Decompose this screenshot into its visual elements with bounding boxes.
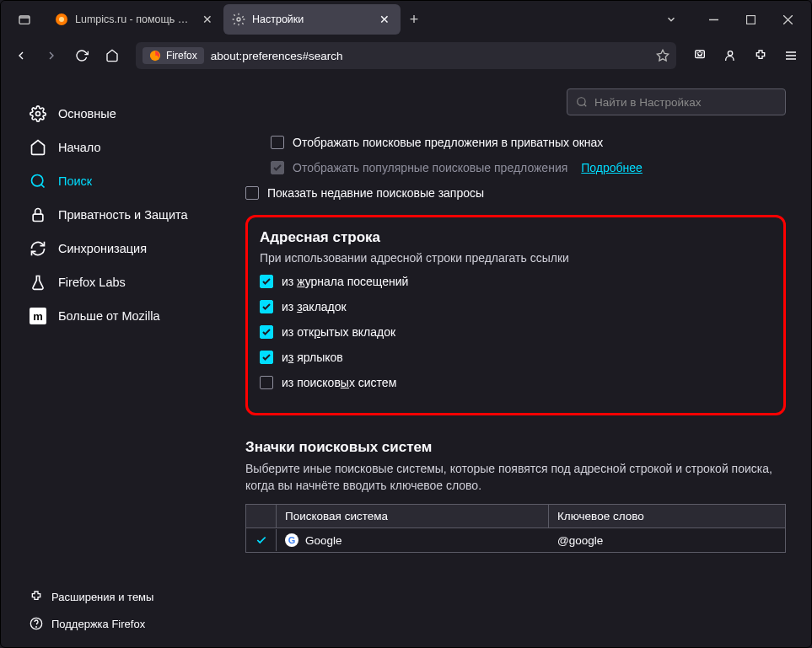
forward-button[interactable] — [38, 42, 65, 69]
url-bar[interactable]: Firefox about:preferences#search — [136, 42, 676, 69]
settings-search-input[interactable]: Найти в Настройках — [567, 88, 786, 115]
engines-table: Поисковая система Ключевое слово G Googl… — [245, 504, 786, 553]
svg-point-3 — [237, 18, 240, 21]
category-label: Синхронизация — [58, 242, 147, 255]
checkbox-label: из поисковых систем — [282, 376, 396, 389]
svg-point-21 — [578, 98, 585, 105]
section-desc: Выберите иные поисковые системы, которые… — [245, 461, 786, 494]
home-icon — [30, 139, 46, 156]
engine-check[interactable] — [246, 529, 277, 551]
identity-box[interactable]: Firefox — [143, 47, 204, 64]
google-icon: G — [285, 533, 298, 547]
checkbox-open-tabs[interactable]: из открытых вкладок — [260, 325, 772, 339]
col-name: Поисковая система — [277, 505, 549, 528]
checkbox-icon — [271, 161, 284, 174]
content-area: Найти в Настройках Отображать поисковые … — [220, 73, 811, 647]
checkbox-recent-searches[interactable]: Показать недавние поисковые запросы — [245, 186, 786, 200]
sidebar-extensions[interactable]: Расширения и темы — [18, 583, 210, 610]
favicon-lumpics — [55, 13, 68, 26]
checkbox-icon — [271, 136, 284, 149]
maximize-button[interactable] — [732, 6, 769, 33]
tab-close-icon[interactable]: ✕ — [377, 12, 392, 27]
checkbox-icon — [260, 376, 273, 389]
home-button[interactable] — [99, 42, 126, 69]
addressbar-section-highlight: Адресная строка При использовании адресн… — [245, 215, 786, 415]
section-title: Значки поисковых систем — [245, 439, 786, 456]
svg-point-15 — [36, 112, 40, 116]
category-sidebar: Основные Начало Поиск Приватность и Защи… — [1, 73, 220, 647]
checkbox-label: из журнала посещений — [282, 275, 408, 288]
svg-marker-9 — [657, 50, 668, 61]
category-general[interactable]: Основные — [18, 97, 210, 131]
checkbox-label: из закладок — [282, 300, 347, 313]
preferences-page: Основные Начало Поиск Приватность и Защи… — [1, 73, 811, 647]
identity-label: Firefox — [166, 50, 197, 62]
section-title: Адресная строка — [260, 229, 772, 246]
svg-line-22 — [584, 104, 587, 107]
gear-icon — [30, 105, 46, 122]
checkbox-icon — [260, 275, 273, 288]
checkbox-label: Показать недавние поисковые запросы — [267, 186, 484, 200]
table-row[interactable]: G Google @google — [246, 528, 785, 552]
engine-name-cell: G Google — [277, 528, 549, 552]
svg-line-17 — [41, 185, 45, 188]
reload-button[interactable] — [68, 42, 95, 69]
category-privacy[interactable]: Приватность и Защита — [18, 198, 210, 232]
svg-point-11 — [728, 51, 732, 56]
window-controls — [695, 6, 806, 33]
gear-icon — [232, 13, 245, 26]
help-icon — [30, 617, 43, 630]
checkbox-label: Отображать популярные поисковые предложе… — [293, 161, 567, 174]
sync-icon — [30, 240, 46, 257]
back-button[interactable] — [8, 42, 35, 69]
checkbox-label: из ярлыков — [282, 351, 343, 364]
checkbox-history[interactable]: из журнала посещений — [260, 275, 772, 288]
checkbox-search-engines[interactable]: из поисковых систем — [260, 376, 772, 389]
url-text: about:preferences#search — [211, 50, 649, 62]
nav-toolbar: Firefox about:preferences#search — [1, 38, 811, 73]
close-button[interactable] — [769, 6, 806, 33]
bookmark-star-icon[interactable] — [656, 49, 669, 62]
menu-button[interactable] — [777, 42, 804, 69]
workspace-icon[interactable] — [6, 13, 43, 26]
category-search[interactable]: Поиск — [18, 164, 210, 198]
firefox-icon — [149, 50, 161, 62]
tab-close-icon[interactable]: ✕ — [200, 12, 215, 27]
svg-rect-18 — [33, 214, 43, 221]
category-labs[interactable]: Firefox Labs — [18, 265, 210, 299]
pocket-button[interactable] — [686, 42, 713, 69]
category-more[interactable]: m Больше от Mozilla — [18, 299, 210, 333]
section-desc: При использовании адресной строки предла… — [260, 251, 772, 265]
checkbox-shortcuts[interactable]: из ярлыков — [260, 351, 772, 364]
footer-label: Поддержка Firefox — [51, 618, 145, 630]
svg-point-20 — [36, 627, 37, 628]
tab-label: Lumpics.ru - помощь с компь — [75, 13, 193, 25]
category-sync[interactable]: Синхронизация — [18, 232, 210, 265]
account-button[interactable] — [717, 42, 744, 69]
sidebar-footer: Расширения и темы Поддержка Firefox — [18, 583, 210, 637]
new-tab-button[interactable]: + — [401, 6, 428, 33]
svg-rect-5 — [746, 15, 755, 24]
tab-label: Настройки — [252, 13, 370, 25]
svg-point-16 — [32, 175, 43, 186]
sidebar-support[interactable]: Поддержка Firefox — [18, 610, 210, 637]
category-label: Поиск — [58, 174, 92, 188]
extensions-button[interactable] — [747, 42, 774, 69]
checkbox-icon — [260, 300, 273, 313]
mozilla-icon: m — [30, 308, 46, 324]
tab-strip: Lumpics.ru - помощь с компь ✕ Настройки … — [46, 1, 691, 38]
learn-more-link[interactable]: Подробнее — [581, 161, 643, 174]
category-label: Приватность и Защита — [58, 208, 188, 222]
engine-keyword: @google — [549, 529, 785, 552]
all-tabs-button[interactable] — [658, 6, 685, 33]
category-home[interactable]: Начало — [18, 131, 210, 164]
checkbox-bookmarks[interactable]: из закладок — [260, 300, 772, 313]
flask-icon — [30, 274, 46, 291]
tab-settings[interactable]: Настройки ✕ — [223, 4, 401, 35]
checkbox-private-suggestions[interactable]: Отображать поисковые предложения в прива… — [271, 136, 786, 149]
svg-point-2 — [59, 17, 64, 22]
category-label: Firefox Labs — [58, 276, 126, 289]
minimize-button[interactable] — [695, 6, 732, 33]
lock-icon — [30, 206, 46, 223]
tab-lumpics[interactable]: Lumpics.ru - помощь с компь ✕ — [46, 4, 223, 35]
